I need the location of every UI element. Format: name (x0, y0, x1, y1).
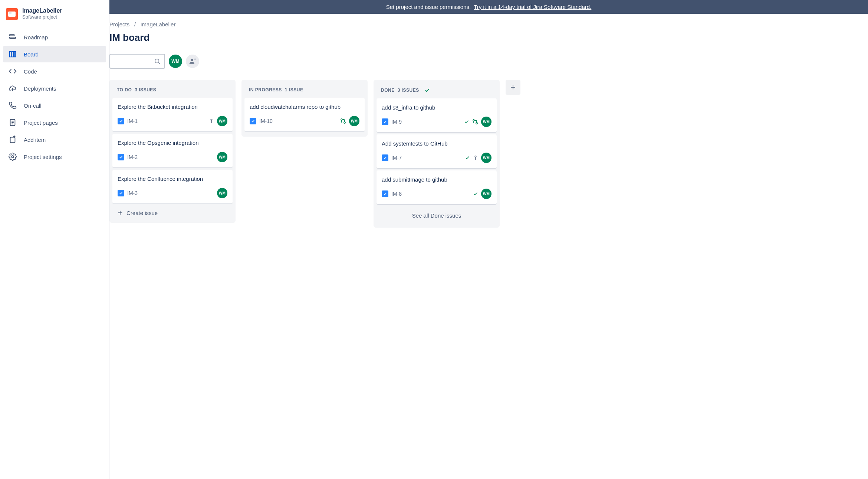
priority-icon (209, 118, 214, 124)
sidebar-label: On-call (24, 102, 42, 109)
task-icon (382, 190, 388, 197)
issue-key: IM-8 (391, 191, 402, 197)
svg-point-26 (475, 156, 476, 157)
card-title: add submitImage to github (382, 176, 491, 183)
column-todo: TO DO 3 ISSUES Explore the Bitbucket int… (109, 80, 236, 223)
sidebar-item-deployments[interactable]: Deployments (3, 80, 106, 97)
board-toolbar: WM (109, 54, 868, 69)
svg-point-18 (211, 119, 212, 121)
breadcrumb-current[interactable]: ImageLabeller (140, 21, 175, 27)
issue-card[interactable]: Explore the Opsgenie integration IM-2 WM (112, 134, 233, 167)
task-icon (118, 190, 124, 196)
gear-icon (8, 152, 17, 161)
project-header: ImageLabeller Software project (3, 7, 106, 29)
svg-point-15 (191, 59, 193, 61)
banner-text: Set project and issue permissions. (386, 4, 471, 10)
user-avatar[interactable]: WM (169, 55, 182, 68)
issue-card[interactable]: Explore the Confluence integration IM-3 … (112, 170, 233, 203)
sidebar-label: Project settings (24, 154, 62, 160)
issue-card[interactable]: add s3_infra to github IM-9 WM (377, 98, 497, 132)
sidebar-item-add[interactable]: Add item (3, 131, 106, 148)
project-name: ImageLabeller (22, 7, 62, 14)
sidebar-item-board[interactable]: Board (3, 46, 106, 62)
sidebar-item-roadmap[interactable]: Roadmap (3, 29, 106, 45)
svg-rect-4 (14, 52, 16, 57)
svg-rect-0 (10, 35, 14, 36)
task-icon (382, 154, 388, 161)
sidebar-item-pages[interactable]: Project pages (3, 114, 106, 131)
project-icon (6, 8, 18, 20)
svg-line-14 (158, 62, 160, 63)
done-check-icon (464, 119, 469, 124)
issue-key: IM-7 (391, 155, 402, 161)
column-inprogress: IN PROGRESS 1 ISSUE add cloudwatchalarms… (241, 80, 368, 137)
code-icon (8, 67, 17, 76)
add-column-button[interactable] (506, 80, 520, 95)
sidebar-label: Project pages (24, 120, 58, 126)
project-subtitle: Software project (22, 14, 62, 20)
svg-rect-2 (10, 52, 11, 57)
card-title: Explore the Confluence integration (118, 175, 227, 183)
task-icon (118, 154, 124, 160)
banner-link[interactable]: Try it in a 14-day trial of Jira Softwar… (474, 4, 591, 10)
task-icon (382, 118, 388, 125)
issue-key: IM-2 (127, 154, 138, 160)
column-header-done[interactable]: DONE 3 ISSUES (377, 83, 497, 98)
assignee-avatar: WM (481, 117, 491, 127)
main-content: Set project and issue permissions. Try i… (109, 0, 868, 479)
issue-card[interactable]: Add systemtests to GitHub IM-7 WM (377, 134, 497, 168)
search-input[interactable] (109, 54, 165, 69)
assignee-avatar: WM (481, 189, 491, 199)
issue-key: IM-9 (391, 119, 402, 125)
issue-key: IM-1 (127, 118, 138, 124)
column-header-inprogress[interactable]: IN PROGRESS 1 ISSUE (244, 83, 365, 98)
card-title: Add systemtests to GitHub (382, 140, 491, 147)
svg-rect-1 (10, 37, 16, 39)
search-icon (154, 58, 161, 65)
issue-key: IM-3 (127, 190, 138, 196)
create-issue-button[interactable]: Create issue (112, 206, 233, 220)
roadmap-icon (8, 33, 17, 42)
column-header-todo[interactable]: TO DO 3 ISSUES (112, 83, 233, 98)
card-title: Explore the Bitbucket integration (118, 103, 227, 111)
issue-card[interactable]: Explore the Bitbucket integration IM-1 W… (112, 98, 233, 131)
svg-point-13 (155, 59, 159, 63)
column-done: DONE 3 ISSUES add s3_infra to github IM-… (374, 80, 500, 228)
deployments-icon (8, 84, 17, 93)
add-people-button[interactable] (186, 55, 199, 68)
card-title: add s3_infra to github (382, 104, 491, 111)
pull-request-icon (340, 118, 346, 124)
task-icon (118, 118, 124, 124)
card-title: add cloudwatchalarms repo to github (250, 103, 359, 111)
plus-icon (117, 209, 124, 216)
pages-icon (8, 118, 17, 127)
sidebar-label: Add item (24, 137, 46, 143)
sidebar: ImageLabeller Software project Roadmap B… (0, 0, 109, 479)
sidebar-label: Roadmap (24, 34, 48, 40)
assignee-avatar: WM (217, 116, 227, 126)
issue-key: IM-10 (259, 118, 273, 124)
task-icon (250, 118, 256, 124)
assignee-avatar: WM (349, 116, 359, 126)
assignee-avatar: WM (217, 152, 227, 162)
pull-request-icon (472, 119, 478, 125)
breadcrumb-root[interactable]: Projects (109, 21, 129, 27)
sidebar-item-settings[interactable]: Project settings (3, 149, 106, 165)
see-all-done-link[interactable]: See all Done issues (377, 206, 497, 225)
sidebar-item-oncall[interactable]: On-call (3, 97, 106, 114)
done-check-icon (473, 191, 478, 196)
assignee-avatar: WM (217, 188, 227, 198)
check-icon (424, 87, 430, 93)
issue-card[interactable]: add cloudwatchalarms repo to github IM-1… (244, 98, 365, 131)
add-item-icon (8, 135, 17, 144)
svg-point-23 (344, 122, 345, 123)
priority-icon (473, 155, 478, 160)
sidebar-item-code[interactable]: Code (3, 63, 106, 79)
svg-point-25 (476, 123, 477, 124)
sidebar-label: Board (24, 51, 39, 58)
svg-point-22 (341, 119, 342, 120)
svg-rect-3 (12, 52, 14, 57)
sidebar-label: Code (24, 68, 37, 75)
issue-card[interactable]: add submitImage to github IM-8 WM (377, 170, 497, 204)
upgrade-banner: Set project and issue permissions. Try i… (109, 0, 868, 14)
